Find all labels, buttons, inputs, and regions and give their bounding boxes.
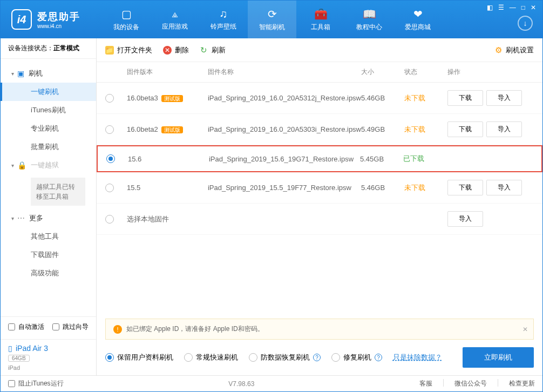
firmware-row[interactable]: 16.0beta3测试版 iPad_Spring_2019_16.0_20A53…	[97, 83, 542, 114]
delete-icon: ✕	[163, 46, 172, 55]
opt-keep-data[interactable]: 保留用户资料刷机	[105, 353, 173, 362]
close-infobar-icon[interactable]: ✕	[522, 326, 528, 333]
firmware-row[interactable]: 16.0beta2测试版 iPad_Spring_2019_16.0_20A53…	[97, 114, 542, 145]
folder-icon: 📁	[105, 46, 114, 55]
firmware-name: iPad_Spring_2019_16.0_20A5312j_Restore.i…	[208, 94, 361, 102]
sidebar-item-oneclick-flash[interactable]: 一键刷机	[1, 83, 96, 101]
import-button[interactable]: 导入	[486, 90, 522, 106]
device-info: ▯iPad Air 3 64GB iPad	[1, 339, 96, 375]
close-icon[interactable]: ✕	[531, 4, 536, 11]
maximize-icon[interactable]: □	[521, 4, 525, 11]
help-icon[interactable]: ?	[375, 354, 382, 361]
radio-firmware[interactable]	[106, 154, 115, 163]
warning-icon: !	[113, 325, 122, 334]
gear-icon: ⚙	[494, 46, 503, 55]
erase-data-link[interactable]: 只是抹除数据？	[393, 353, 442, 362]
nav-toolbox[interactable]: 🧰工具箱	[296, 1, 345, 38]
prevent-itunes-checkbox[interactable]	[8, 380, 15, 387]
import-local-button[interactable]: 导入	[447, 211, 483, 227]
sidebar: 设备连接状态：正常模式 ▾▣刷机 一键刷机 iTunes刷机 专业刷机 批量刷机…	[1, 38, 97, 375]
firmware-name: iPad_Spring_2019_16.0_20A5303i_Restore.i…	[208, 125, 361, 133]
info-bar: ! 如已绑定 Apple ID，请准备好 Apple ID和密码。 ✕	[105, 319, 534, 340]
nav-ringtones[interactable]: ♫铃声壁纸	[199, 1, 248, 38]
opt-normal[interactable]: 常规快速刷机	[184, 353, 238, 362]
firmware-status: 未下载	[404, 94, 425, 102]
firmware-row[interactable]: 15.6 iPad_Spring_2019_15.6_19G71_Restore…	[97, 145, 542, 172]
table-header: 固件版本 固件名称 大小 状态 操作	[97, 62, 542, 83]
firmware-size: 5.45GB	[360, 155, 403, 163]
flash-options: 保留用户资料刷机 常规快速刷机 防数据恢复刷机? 修复刷机? 只是抹除数据？ 立…	[97, 340, 542, 375]
download-indicator-icon[interactable]: ↓	[518, 16, 533, 31]
main-content: 📁打开文件夹 ✕删除 ↻刷新 ⚙刷机设置 固件版本 固件名称 大小 状态 操作 …	[97, 38, 542, 375]
beta-badge: 测试版	[161, 95, 183, 102]
jailbreak-note: 越狱工具已转移至工具箱	[31, 178, 85, 206]
firmware-name: iPad_Spring_2019_15.6_19G71_Restore.ipsw	[209, 155, 360, 163]
open-folder-button[interactable]: 📁打开文件夹	[105, 45, 152, 55]
sidebar-item-advanced[interactable]: 高级功能	[1, 264, 96, 282]
footer-wechat[interactable]: 微信公众号	[454, 379, 487, 388]
download-button[interactable]: 下载	[447, 180, 483, 195]
sidebar-item-download-firmware[interactable]: 下载固件	[1, 246, 96, 264]
app-logo: i4 爱思助手 www.i4.cn	[11, 9, 80, 30]
auto-activate-checkbox[interactable]	[8, 323, 15, 330]
firmware-version: 16.0beta3	[127, 94, 158, 102]
firmware-status: 未下载	[404, 125, 425, 133]
version-label: V7.98.63	[64, 380, 419, 388]
toolbar: 📁打开文件夹 ✕删除 ↻刷新 ⚙刷机设置	[97, 38, 542, 62]
sidebar-group-more[interactable]: ▾⋯更多	[1, 209, 96, 227]
app-title: 爱思助手	[37, 10, 80, 23]
minimize-icon[interactable]: —	[510, 4, 516, 11]
footer: 阻止iTunes运行 V7.98.63 客服 微信公众号 检查更新	[1, 375, 542, 391]
radio-firmware[interactable]	[105, 184, 114, 192]
opt-anti-recovery[interactable]: 防数据恢复刷机?	[249, 353, 321, 362]
sidebar-item-itunes-flash[interactable]: iTunes刷机	[1, 101, 96, 119]
menu-icon[interactable]: ☰	[498, 4, 504, 11]
footer-update[interactable]: 检查更新	[509, 379, 535, 388]
refresh-button[interactable]: ↻刷新	[200, 45, 226, 55]
window-controls: ◧ ☰ — □ ✕	[487, 4, 536, 11]
radio-local[interactable]	[105, 215, 114, 224]
download-button[interactable]: 下载	[447, 90, 483, 106]
app-url: www.i4.cn	[37, 23, 80, 29]
firmware-size: 5.49GB	[361, 125, 404, 133]
connection-status: 设备连接状态：正常模式	[1, 38, 96, 59]
logo-icon: i4	[11, 9, 32, 30]
firmware-version: 16.0beta2	[127, 125, 158, 133]
radio-firmware[interactable]	[105, 125, 114, 134]
firmware-size: 5.46GB	[361, 94, 404, 102]
sidebar-group-jailbreak: ▾🔒一键越狱	[1, 156, 96, 174]
nav-smart-flash[interactable]: ⟳智能刷机	[248, 1, 296, 38]
radio-firmware[interactable]	[105, 94, 114, 103]
flash-settings-button[interactable]: ⚙刷机设置	[494, 45, 534, 55]
delete-button[interactable]: ✕删除	[163, 45, 189, 55]
firmware-version: 15.6	[128, 155, 141, 163]
refresh-icon: ↻	[200, 46, 208, 55]
firmware-version: 15.5	[127, 184, 140, 192]
flash-now-button[interactable]: 立即刷机	[463, 347, 534, 368]
firmware-size: 5.46GB	[361, 184, 404, 192]
firmware-name: iPad_Spring_2019_15.5_19F77_Restore.ipsw	[208, 184, 361, 192]
main-header: i4 爱思助手 www.i4.cn ▢我的设备 ⟁应用游戏 ♫铃声壁纸 ⟳智能刷…	[1, 1, 542, 38]
sidebar-item-batch-flash[interactable]: 批量刷机	[1, 138, 96, 156]
firmware-status: 已下载	[403, 154, 424, 163]
skin-icon[interactable]: ◧	[487, 4, 493, 11]
import-button[interactable]: 导入	[486, 121, 522, 137]
nav-store[interactable]: ❤爱思商城	[393, 1, 442, 38]
nav-tutorials[interactable]: 📖教程中心	[345, 1, 393, 38]
import-button[interactable]: 导入	[486, 180, 522, 195]
skip-wizard-checkbox[interactable]	[52, 323, 59, 330]
main-nav: ▢我的设备 ⟁应用游戏 ♫铃声壁纸 ⟳智能刷机 🧰工具箱 📖教程中心 ❤爱思商城	[102, 1, 537, 38]
footer-service[interactable]: 客服	[419, 379, 432, 388]
local-firmware-row[interactable]: 选择本地固件 导入	[97, 204, 542, 235]
opt-repair[interactable]: 修复刷机?	[331, 353, 382, 362]
sidebar-group-flash[interactable]: ▾▣刷机	[1, 64, 96, 83]
beta-badge: 测试版	[161, 126, 183, 133]
tablet-icon: ▯	[8, 344, 12, 353]
nav-apps[interactable]: ⟁应用游戏	[151, 1, 199, 38]
nav-my-device[interactable]: ▢我的设备	[102, 1, 151, 38]
sidebar-item-pro-flash[interactable]: 专业刷机	[1, 119, 96, 138]
help-icon[interactable]: ?	[313, 354, 321, 361]
sidebar-item-other-tools[interactable]: 其他工具	[1, 227, 96, 246]
download-button[interactable]: 下载	[447, 121, 483, 137]
firmware-row[interactable]: 15.5 iPad_Spring_2019_15.5_19F77_Restore…	[97, 172, 542, 204]
